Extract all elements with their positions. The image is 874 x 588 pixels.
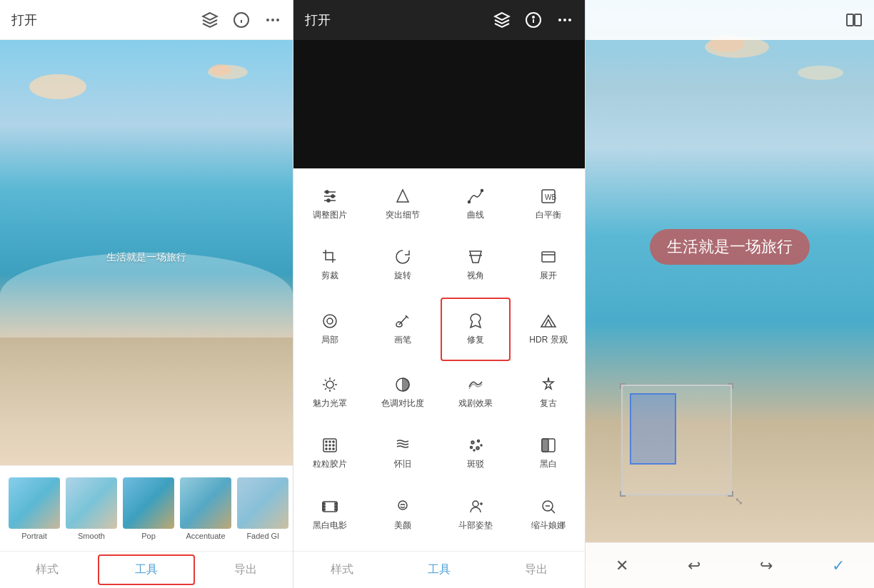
filter-smooth[interactable]: Smooth: [66, 477, 117, 540]
right-image-text: 生活就是一场旅行: [650, 229, 810, 265]
svg-point-3: [266, 19, 269, 21]
mid-more-icon[interactable]: [556, 11, 573, 29]
svg-point-53: [476, 447, 479, 450]
tool-glamglow[interactable]: 魅力光罩: [293, 363, 366, 423]
svg-point-47: [326, 448, 327, 450]
glamglow-icon: [321, 376, 338, 393]
tool-bw[interactable]: 黑白: [512, 423, 585, 484]
tool-zoom[interactable]: 缩斗娘娜: [512, 485, 585, 545]
detail-icon: [394, 188, 411, 205]
tool-brush[interactable]: 画笔: [366, 296, 439, 363]
crop-icon: [321, 248, 338, 265]
tool-beauty[interactable]: 美颜: [366, 485, 439, 545]
tool-expand[interactable]: 展开: [512, 235, 585, 295]
tool-curves[interactable]: 曲线: [439, 174, 512, 235]
svg-line-37: [333, 380, 335, 381]
filter-label-accentuate: Accentuate: [186, 532, 225, 540]
tool-adjust-label: 调整图片: [313, 209, 347, 221]
right-background: [586, 0, 874, 588]
tool-whitebalance[interactable]: WB 白平衡: [512, 174, 585, 235]
confirm-button[interactable]: ✓: [826, 551, 850, 581]
tool-portrait-adj[interactable]: 斗部姿垫: [439, 485, 512, 545]
tool-beauty-label: 美颜: [394, 519, 411, 532]
beauty-icon: [394, 498, 411, 515]
left-tab-tools[interactable]: 工具: [98, 554, 196, 585]
mid-info-icon[interactable]: [525, 11, 542, 29]
redo-button[interactable]: ↪: [754, 551, 778, 581]
left-tab-style[interactable]: 样式: [0, 552, 95, 588]
svg-line-35: [325, 380, 326, 381]
tool-bwfilm[interactable]: 黑白电影: [293, 485, 366, 545]
handle-br[interactable]: [728, 491, 733, 497]
tool-adjust[interactable]: 调整图片: [293, 174, 366, 235]
svg-line-70: [551, 510, 555, 513]
tool-spotted-label: 斑驳: [467, 458, 484, 470]
tool-zoom-label: 缩斗娘娜: [531, 519, 566, 532]
repair-icon: [467, 313, 484, 330]
tool-detail[interactable]: 突出细节: [366, 174, 439, 235]
tool-rotate[interactable]: 旋转: [366, 235, 439, 295]
tool-retro-label: 怀旧: [394, 458, 411, 470]
filter-faded[interactable]: Faded Gl: [237, 477, 288, 540]
left-image-text: 生活就是一场旅行: [106, 251, 186, 264]
handle-tl[interactable]: [620, 383, 626, 389]
left-title: 打开: [11, 11, 201, 29]
selection-box[interactable]: ⤡: [621, 385, 732, 495]
adjust-icon: [321, 188, 338, 205]
middle-title: 打开: [305, 11, 493, 29]
svg-point-17: [326, 191, 328, 193]
compare-icon[interactable]: [845, 11, 863, 29]
tool-drama[interactable]: 戏剧效果: [439, 363, 512, 423]
panel-right: 生活就是一场旅行 ⤡ ✕ ↩ ↪ ✓: [586, 0, 874, 588]
filter-bar: Portrait Smooth Pop Accentuate Faded Gl: [0, 465, 293, 551]
info-icon[interactable]: [233, 11, 250, 29]
left-tab-export[interactable]: 导出: [198, 552, 293, 588]
tool-local[interactable]: 局部: [293, 296, 366, 363]
filter-label-pop: Pop: [141, 532, 156, 540]
svg-point-7: [210, 64, 231, 76]
handle-bl[interactable]: [620, 491, 626, 497]
tool-crop[interactable]: 剪裁: [293, 235, 366, 295]
undo-button[interactable]: ↩: [682, 551, 706, 581]
svg-point-27: [323, 315, 336, 328]
left-bottom-tabs: 样式 工具 导出: [0, 551, 293, 588]
filter-thumb-faded: [237, 477, 288, 529]
filter-accentuate[interactable]: Accentuate: [180, 477, 231, 540]
tool-vintage[interactable]: 复古: [512, 363, 585, 423]
tool-retro[interactable]: 怀旧: [366, 423, 439, 484]
tool-perspective-label: 视角: [467, 270, 484, 282]
cancel-button[interactable]: ✕: [610, 551, 634, 581]
filter-label-smooth: Smooth: [78, 532, 105, 540]
handle-tr[interactable]: [728, 383, 733, 389]
svg-point-66: [473, 501, 478, 507]
retro-icon: [394, 437, 411, 454]
tool-repair-label: 修复: [467, 334, 484, 346]
svg-point-5: [276, 19, 279, 21]
mid-tab-style[interactable]: 样式: [293, 552, 391, 588]
more-icon[interactable]: [264, 11, 281, 29]
mid-tab-tools[interactable]: 工具: [391, 552, 488, 588]
tool-hdr[interactable]: HDR 景观: [512, 296, 585, 363]
tonecontrast-icon: [394, 376, 411, 393]
curves-icon: [467, 188, 484, 205]
tool-perspective[interactable]: 视角: [439, 235, 512, 295]
svg-point-52: [471, 447, 473, 449]
mid-tab-export[interactable]: 导出: [488, 552, 585, 588]
svg-point-54: [481, 445, 482, 446]
svg-rect-62: [335, 503, 337, 505]
tool-tonecontrast[interactable]: 色调对比度: [366, 363, 439, 423]
rotate-icon: [394, 248, 411, 265]
middle-header: 打开: [293, 0, 585, 40]
svg-point-20: [468, 201, 471, 203]
mid-layers-icon[interactable]: [493, 11, 511, 29]
filter-portrait[interactable]: Portrait: [9, 477, 60, 540]
tool-grain[interactable]: 粒粒胶片: [293, 423, 366, 484]
tool-bw-label: 黑白: [540, 458, 557, 470]
tool-brush-label: 画笔: [394, 334, 411, 346]
filter-pop[interactable]: Pop: [123, 477, 174, 540]
right-bottom-bar: ✕ ↩ ↪ ✓: [586, 542, 874, 588]
layers-icon[interactable]: [201, 11, 218, 29]
svg-point-30: [326, 381, 333, 388]
tool-spotted[interactable]: 斑驳: [439, 423, 512, 484]
tool-repair[interactable]: 修复: [441, 298, 511, 361]
